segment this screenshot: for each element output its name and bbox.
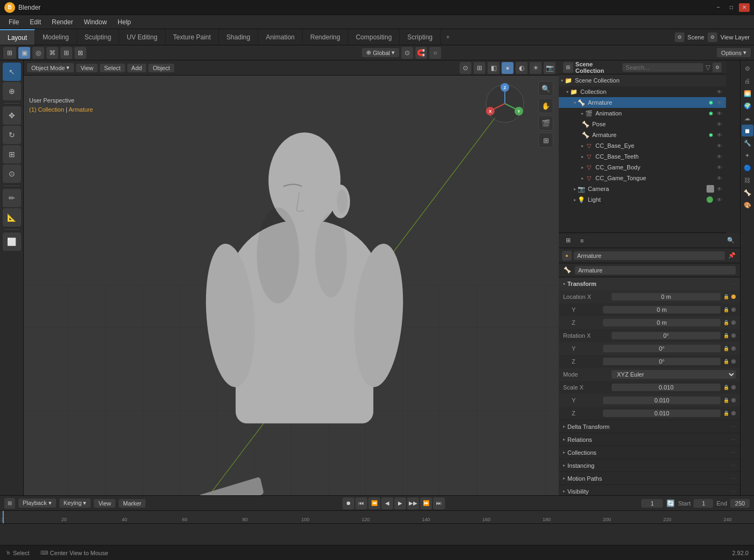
measure-tool-button[interactable]: 📐 — [3, 208, 21, 227]
outliner-cc-tongue[interactable]: ▸ ▽ CC_Game_Tongue 👁 — [559, 173, 726, 183]
camera-view-button[interactable]: 🔍 — [538, 81, 553, 96]
tab-animation[interactable]: Animation — [258, 29, 303, 45]
transform-tool-button[interactable]: ⊙ — [3, 165, 21, 183]
start-frame-input[interactable] — [694, 499, 713, 508]
tab-scripting[interactable]: Scripting — [400, 29, 441, 45]
rot-x-lock[interactable]: 🔒 — [722, 331, 730, 340]
scale-z-value[interactable]: 0.010 — [603, 409, 721, 417]
outliner-search-input[interactable] — [622, 63, 703, 72]
scale-y-value[interactable]: 0.010 — [603, 397, 721, 404]
xray-toggle[interactable]: ◧ — [488, 62, 499, 74]
tab-shading[interactable]: Shading — [219, 29, 258, 45]
outliner-armature-data[interactable]: 🦴 Armature ✱ 👁 — [559, 129, 726, 140]
keying-dropdown[interactable]: Keying ▾ — [59, 498, 91, 508]
object-properties-btn[interactable]: ◼ — [742, 125, 753, 136]
outliner-light[interactable]: ▸ 💡 Light 👁 — [559, 194, 726, 205]
tab-texture-paint[interactable]: Texture Paint — [166, 29, 219, 45]
rendered-mode-btn[interactable]: ☀ — [530, 62, 541, 74]
modifier-properties-btn[interactable]: 🔧 — [742, 137, 753, 149]
scale-x-lock[interactable]: 🔒 — [722, 383, 730, 392]
outliner-animation[interactable]: ▸ 🎬 Animation ✱ 👁 — [559, 108, 726, 119]
playback-dropdown[interactable]: Playback ▾ — [18, 498, 56, 508]
collection-vis-btn[interactable]: 👁 — [715, 87, 724, 96]
maximize-button[interactable]: □ — [726, 3, 737, 12]
3d-viewport[interactable]: User Perspective (1) Collection | Armatu… — [24, 76, 559, 495]
armdata-vis[interactable]: 👁 — [715, 131, 724, 139]
eye-vis[interactable]: 👁 — [715, 141, 724, 150]
scene-settings-button[interactable]: ⚙ — [675, 32, 684, 42]
scale-y-lock[interactable]: 🔒 — [722, 396, 730, 405]
outliner-camera[interactable]: ▸ 📷 Camera 👁 — [559, 183, 726, 194]
tab-modeling[interactable]: Modeling — [35, 29, 77, 45]
menu-help[interactable]: Help — [113, 17, 135, 27]
tab-rendering[interactable]: Rendering — [303, 29, 348, 45]
output-properties-btn[interactable]: 🖨 — [742, 75, 753, 87]
add-workspace-button[interactable]: + — [441, 29, 455, 45]
jump-start-button[interactable]: ⏮ — [355, 497, 367, 509]
outliner-cc-body[interactable]: ▸ ▽ CC_Game_Body 👁 — [559, 162, 726, 173]
current-frame-input[interactable] — [641, 499, 663, 508]
jump-end-button[interactable]: ⏭ — [433, 497, 445, 509]
visibility-section[interactable]: ▸ Visibility ⋯ — [559, 485, 740, 495]
outliner-editor-type[interactable]: ⊞ — [563, 62, 573, 73]
material-properties-btn[interactable]: 🎨 — [742, 199, 753, 211]
rotation-mode-select[interactable]: XYZ Euler XZY Euler YXZ Euler Quaternion… — [612, 370, 736, 379]
material-mode-btn[interactable]: ◐ — [516, 62, 527, 74]
record-button[interactable]: ⏺ — [342, 497, 354, 509]
location-z-value[interactable]: 0 m — [603, 319, 721, 326]
deselect-button[interactable]: ⊠ — [74, 47, 86, 59]
scale-z-lock[interactable]: 🔒 — [722, 409, 730, 418]
minimize-button[interactable]: − — [713, 3, 724, 12]
pivot-button[interactable]: ⊙ — [401, 47, 413, 59]
rot-z-lock[interactable]: 🔒 — [722, 357, 730, 366]
delta-transform-section[interactable]: ▸ Delta Transform ⋯ — [559, 420, 740, 433]
end-frame-input[interactable] — [730, 499, 750, 508]
outliner-settings[interactable]: ⚙ — [712, 63, 722, 72]
global-transform-button[interactable]: ⊕ Global ▾ — [362, 48, 399, 57]
ortho-view-button[interactable]: ⊞ — [538, 133, 553, 148]
loc-x-lock[interactable]: 🔒 — [722, 292, 730, 301]
collections-section[interactable]: ▸ Collections ⋯ — [559, 446, 740, 459]
scale-tool-button[interactable]: ⊞ — [3, 145, 21, 163]
outliner-cc-eye[interactable]: ▸ ▽ CC_Base_Eye 👁 — [559, 140, 726, 151]
loc-z-lock[interactable]: 🔒 — [722, 318, 730, 327]
scale-x-value[interactable]: 0.010 — [612, 384, 721, 391]
tab-compositing[interactable]: Compositing — [348, 29, 400, 45]
rotation-x-value[interactable]: 0° — [612, 332, 721, 339]
camera-3d-button[interactable]: 🎬 — [538, 115, 553, 131]
proportional-edit-button[interactable]: ○ — [429, 47, 441, 59]
pose-vis[interactable]: 👁 — [715, 120, 724, 128]
menu-file[interactable]: File — [4, 17, 23, 27]
render-properties-btn[interactable]: ⚙ — [742, 63, 753, 74]
outliner-filter-button[interactable]: ▽ — [705, 64, 710, 71]
overlays-toggle[interactable]: ⊞ — [474, 62, 485, 74]
add-tool-button[interactable]: ⬜ — [3, 233, 21, 251]
view-menu[interactable]: View — [76, 64, 98, 72]
props-search-icon[interactable]: 🔍 — [725, 235, 737, 247]
anim-vis[interactable]: 👁 — [715, 109, 724, 118]
light-vis[interactable]: 👁 — [715, 195, 724, 204]
prev-keyframe-button[interactable]: ⏪ — [368, 497, 380, 509]
gizmo-toggle[interactable]: ⊙ — [460, 62, 471, 74]
outliner-cc-teeth[interactable]: ▸ ▽ CC_Base_Teeth 👁 — [559, 151, 726, 162]
motion-paths-section[interactable]: ▸ Motion Paths ⋯ — [559, 472, 740, 485]
fly-mode-button[interactable]: ✋ — [538, 98, 553, 113]
snap-button[interactable]: 🧲 — [415, 47, 427, 59]
teeth-vis[interactable]: 👁 — [715, 152, 724, 161]
solid-mode-btn[interactable]: ● — [502, 62, 513, 74]
props-icon-strip[interactable]: ● — [562, 251, 572, 261]
particles-properties-btn[interactable]: ✦ — [742, 149, 753, 161]
navigation-gizmo[interactable]: Z Y X — [483, 82, 526, 125]
move-tool-button[interactable]: ✥ — [3, 106, 21, 125]
tab-sculpting[interactable]: Sculpting — [77, 29, 119, 45]
menu-edit[interactable]: Edit — [25, 17, 45, 27]
location-x-value[interactable]: 0 m — [612, 293, 721, 301]
props-editor-type[interactable]: ⊞ — [562, 235, 574, 247]
instancing-section[interactable]: ▸ Instancing ⋯ — [559, 459, 740, 472]
marker-dropdown[interactable]: Marker — [119, 499, 146, 508]
outliner-pose[interactable]: 🦴 Pose 👁 — [559, 119, 726, 129]
physics-properties-btn[interactable]: 🔵 — [742, 162, 753, 174]
rot-y-lock[interactable]: 🔒 — [722, 344, 730, 353]
select-menu[interactable]: Select — [100, 64, 125, 72]
relations-section[interactable]: ▸ Relations ⋯ — [559, 433, 740, 446]
